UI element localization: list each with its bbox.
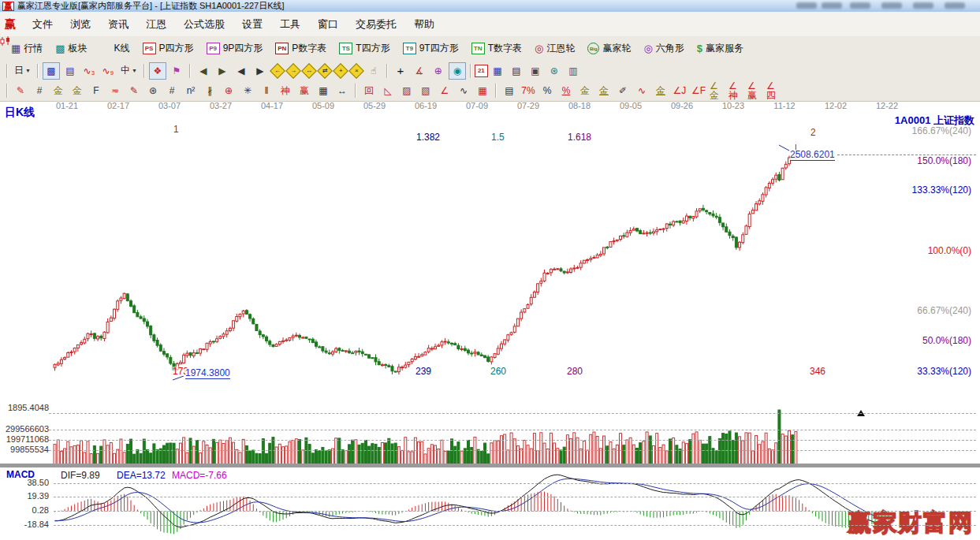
volume-axis-label-0: 299566603 (6, 425, 49, 434)
candle-body (643, 233, 645, 234)
candle-body (504, 340, 506, 344)
candle-body (483, 356, 486, 358)
candle-body (282, 341, 285, 341)
candle-body (537, 284, 539, 292)
volume-bar (262, 439, 264, 465)
candle-body (225, 331, 228, 334)
candle-body (285, 340, 288, 341)
date-tick-2: 03-07 (152, 102, 187, 110)
volume-bar (699, 440, 701, 465)
candle-body (308, 339, 311, 340)
volume-bar (285, 446, 288, 465)
volume-bar (613, 449, 615, 465)
candle-body (593, 258, 595, 259)
candle-body (156, 340, 158, 345)
date-tick-13: 10-23 (716, 102, 751, 110)
candle-body (510, 333, 512, 334)
candle-body (328, 353, 330, 354)
candle-body (166, 354, 169, 357)
macd-gridline-3 (54, 525, 976, 526)
candle-body (497, 348, 499, 354)
date-tick-15: 12-02 (818, 102, 853, 110)
candle-body (418, 356, 420, 357)
candle-body (411, 359, 413, 361)
volume-bar (718, 438, 721, 465)
candle-body (352, 353, 354, 354)
candle-body (778, 174, 781, 180)
candle-body (748, 214, 751, 226)
candle-body (540, 281, 542, 284)
candle-body (130, 301, 132, 307)
candle-body (751, 210, 754, 214)
candle-body (471, 353, 473, 354)
volume-bar (183, 438, 185, 465)
volume-bar (166, 443, 169, 465)
volume-bar (371, 444, 374, 465)
candle-body (67, 353, 69, 358)
candle-body (632, 229, 635, 230)
macd-gridline-1 (54, 497, 976, 497)
candle-body (331, 352, 333, 354)
candle-body (673, 222, 675, 225)
candle-body (427, 348, 430, 352)
candle-body (573, 268, 576, 269)
candle-body (635, 229, 638, 231)
volume-bar (179, 443, 181, 465)
candle-body (444, 341, 446, 342)
candle-body (662, 229, 665, 229)
gann-vline-count-label-1: 239 (415, 367, 431, 376)
candle-body (685, 216, 687, 221)
candle-body (557, 269, 559, 270)
candle-body (454, 344, 456, 345)
candle-body (728, 232, 731, 235)
candle-body (299, 335, 301, 337)
volume-bar (120, 439, 122, 465)
volume-bar (695, 432, 698, 465)
chart-canvas[interactable] (0, 0, 980, 540)
volume-bar (765, 433, 767, 465)
candle-body (355, 352, 357, 353)
candle-body (457, 345, 460, 348)
candle-body (153, 335, 155, 341)
candle-body (76, 344, 79, 348)
candle-body (520, 312, 523, 318)
volume-bar (173, 443, 175, 465)
volume-bar (434, 445, 437, 465)
candle-body (659, 229, 661, 230)
volume-bar (54, 445, 56, 465)
volume-axis-label-2: 99855534 (10, 445, 49, 454)
candle-body (364, 354, 367, 355)
date-tick-0: 01-21 (50, 102, 84, 110)
volume-bar (206, 445, 208, 465)
candle-body (679, 221, 681, 222)
volume-bar (331, 449, 333, 465)
volume-bar (222, 443, 225, 465)
candle-body (388, 366, 390, 367)
volume-bar (189, 438, 192, 465)
candle-body (758, 201, 761, 204)
candle-body (374, 358, 377, 362)
candle-body (560, 269, 562, 271)
candle-body (732, 236, 734, 237)
volume-bar (579, 449, 582, 465)
candle-body (414, 356, 416, 359)
candle-body (755, 204, 758, 210)
volume-bar (609, 441, 612, 465)
candle-body (550, 270, 552, 273)
candle-body (401, 367, 404, 368)
volume-bar (308, 445, 311, 465)
candle-body (266, 337, 268, 341)
volume-bar (64, 449, 66, 465)
candle-body (682, 221, 684, 223)
volume-bar (758, 445, 761, 465)
volume-bar (510, 433, 512, 465)
candle-body (93, 333, 95, 338)
volume-bar (76, 445, 79, 465)
gann-vline-count-label-2: 260 (490, 367, 506, 376)
volume-bar (623, 445, 625, 465)
volume-bar (229, 438, 231, 465)
volume-bar (682, 442, 684, 465)
volume-bar (368, 446, 371, 465)
volume-bar (106, 445, 109, 465)
candle-body (100, 336, 102, 337)
